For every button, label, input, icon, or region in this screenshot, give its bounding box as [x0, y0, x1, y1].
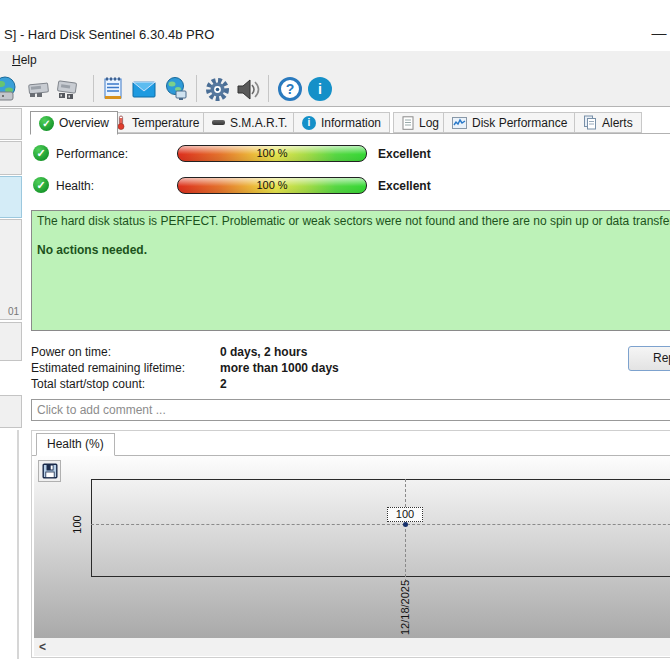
report-button[interactable]: Report — [628, 346, 670, 371]
disk-eject-icon[interactable] — [24, 75, 52, 103]
tab-baseline — [30, 133, 670, 134]
info-row-label: Power on time: — [31, 345, 111, 359]
comment-input[interactable] — [31, 399, 670, 421]
x-axis-tick: 12/18/2025 — [399, 576, 412, 640]
info-icon[interactable] — [306, 75, 334, 103]
performance-chart-icon — [452, 117, 467, 129]
info-row-label: Total start/stop count: — [31, 377, 145, 391]
sidebar-item[interactable]: 01 — [0, 219, 22, 320]
health-meter: 100 % — [177, 177, 367, 194]
disk-plug-icon[interactable] — [52, 75, 80, 103]
toolbar-separator — [268, 75, 269, 102]
health-rating: Excellent — [378, 179, 431, 193]
floppy-disk-icon — [42, 463, 58, 479]
performance-label: Performance: — [56, 147, 128, 161]
email-icon[interactable] — [130, 75, 158, 103]
menu-help[interactable]: Help — [12, 53, 37, 67]
gridline-vertical — [405, 479, 406, 582]
minimize-button[interactable]: — — [648, 24, 670, 41]
save-chart-button[interactable] — [38, 460, 61, 482]
report-notepad-icon[interactable] — [99, 75, 127, 103]
chart-area: 100 100 12/18/2025 — [34, 456, 670, 638]
tab-log[interactable]: Log — [393, 112, 448, 133]
tab-disk-performance[interactable]: Disk Performance — [443, 112, 576, 133]
chart-tab-health[interactable]: Health (%) — [36, 433, 115, 456]
health-ok-icon — [33, 177, 49, 193]
info-row-value: 2 — [220, 377, 227, 391]
performance-rating: Excellent — [378, 147, 431, 161]
toolbar — [0, 70, 670, 107]
toolbar-separator — [93, 75, 94, 102]
chart-panel: Health (%) 100 100 12/18/2025 < — [31, 430, 670, 658]
info-row-label: Estimated remaining lifetime: — [31, 361, 185, 375]
window-title: S] - Hard Disk Sentinel 6.30.4b PRO — [4, 27, 214, 42]
network-globe-icon[interactable] — [162, 75, 190, 103]
chart-tab-baseline — [32, 455, 670, 456]
alerts-pages-icon — [583, 115, 597, 130]
tab-smart[interactable]: S.M.A.R.T. — [203, 112, 296, 133]
gridline-horizontal — [91, 524, 670, 525]
tab-information[interactable]: Information — [293, 112, 390, 133]
menu-bar: Help — [0, 51, 670, 70]
status-message-box: The hard disk status is PERFECT. Problem… — [31, 210, 670, 331]
settings-gear-icon[interactable] — [203, 75, 231, 103]
horizontal-scrollbar[interactable]: < — [34, 638, 670, 656]
tab-alerts[interactable]: Alerts — [574, 112, 642, 133]
data-point-label: 100 — [387, 507, 423, 522]
sidebar-item[interactable] — [0, 322, 22, 361]
tab-overview[interactable]: Overview — [30, 111, 118, 135]
status-action: No actions needed. — [37, 243, 670, 257]
check-circle-icon — [39, 116, 54, 131]
info-circle-icon — [302, 116, 316, 130]
tab-strip: Overview Temperature S.M.A.R.T. Informat… — [30, 111, 670, 134]
performance-ok-icon — [33, 145, 49, 161]
performance-meter: 100 % — [177, 145, 367, 162]
y-axis-tick: 100 — [71, 510, 84, 540]
sound-speaker-icon[interactable] — [234, 75, 262, 103]
info-row-value: more than 1000 days — [220, 361, 339, 375]
log-page-icon — [402, 116, 414, 130]
globe-disk-icon[interactable] — [0, 75, 19, 103]
panel-edge — [17, 430, 19, 659]
data-point — [403, 522, 408, 527]
hard-disk-sentinel-window: S] - Hard Disk Sentinel 6.30.4b PRO — He… — [0, 0, 670, 670]
health-label: Health: — [56, 179, 94, 193]
status-message: The hard disk status is PERFECT. Problem… — [37, 214, 670, 228]
sidebar-item[interactable] — [0, 141, 22, 175]
sidebar-partial-label: 01 — [8, 306, 19, 317]
smart-disk-icon — [212, 120, 225, 125]
sidebar-item[interactable] — [0, 108, 22, 140]
sidebar-item[interactable] — [0, 395, 22, 428]
tab-temperature[interactable]: Temperature — [106, 112, 208, 133]
plot-frame — [91, 479, 670, 577]
toolbar-separator — [196, 75, 197, 102]
info-row-value: 0 days, 2 hours — [220, 345, 307, 359]
sidebar-item-selected[interactable] — [0, 176, 22, 218]
scroll-left-arrow[interactable]: < — [39, 640, 46, 654]
help-icon[interactable] — [276, 75, 304, 103]
